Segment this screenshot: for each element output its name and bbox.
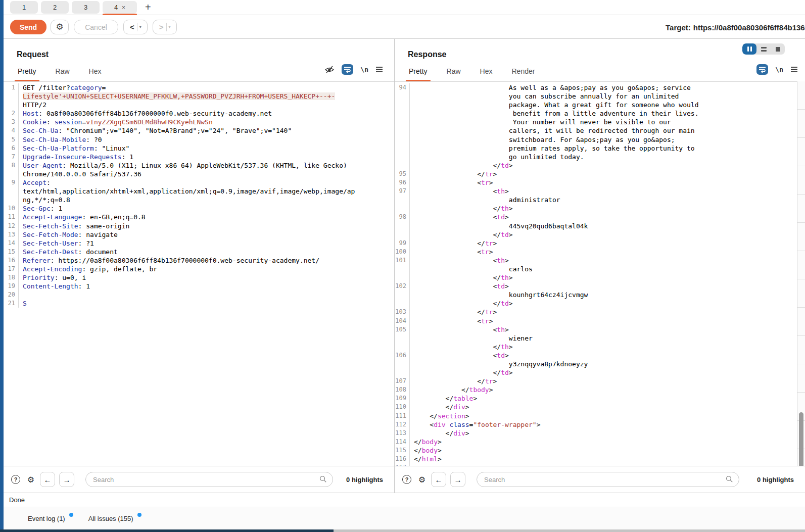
- response-tab-hex[interactable]: Hex: [479, 65, 494, 80]
- code-line: 95</tr>: [395, 170, 805, 178]
- all-issues-tab[interactable]: All issues (155): [88, 515, 135, 522]
- line-number: 102: [395, 282, 410, 291]
- search-input[interactable]: [477, 472, 739, 487]
- back-history-button[interactable]: < ▾: [123, 20, 148, 34]
- scrollbar-thumb[interactable]: [799, 412, 803, 473]
- send-settings-gear-icon[interactable]: ⚙: [51, 20, 69, 34]
- code-text: </body>: [410, 438, 442, 446]
- request-tab-raw[interactable]: Raw: [55, 65, 71, 80]
- code-text: </td>: [410, 161, 513, 170]
- code-text: </tr>: [410, 239, 497, 248]
- code-text: <div class="footer-wrapper">: [410, 420, 540, 429]
- request-tab-pretty[interactable]: Pretty: [17, 65, 37, 80]
- code-line: 13Sec-Fetch-Mode: navigate: [4, 230, 394, 239]
- target-url: https://0a8f00a80306f6ff84b136: [693, 23, 805, 32]
- code-line: 104<tr>: [395, 317, 805, 325]
- editor-menu-icon[interactable]: [375, 66, 383, 73]
- repeater-tab-3[interactable]: 3: [72, 1, 100, 14]
- previous-match-button[interactable]: ←: [431, 472, 446, 487]
- code-line: Chrome/140.0.0.0 Safari/537.36: [4, 170, 394, 178]
- forward-history-button[interactable]: > ▾: [153, 20, 177, 34]
- line-number: 19: [4, 282, 19, 291]
- chevron-down-icon[interactable]: ▾: [137, 25, 144, 29]
- code-line: benefit from a little adventure in their…: [395, 109, 805, 118]
- next-match-button[interactable]: →: [450, 472, 465, 487]
- event-log-tab[interactable]: Event log (1): [28, 515, 67, 522]
- status-bar: Done: [4, 493, 805, 507]
- request-editor-icons: \n: [324, 64, 383, 75]
- search-input[interactable]: [85, 472, 333, 487]
- code-text: Accept-Encoding: gzip, deflate, br: [19, 265, 157, 273]
- search-icon: [726, 475, 733, 483]
- line-number: 103: [395, 308, 410, 316]
- request-editor[interactable]: 1GET /filter?category=Lifestyle'+UNION+S…: [4, 81, 394, 466]
- code-text: </body>: [410, 446, 442, 455]
- line-number: 11: [4, 213, 19, 221]
- line-number: 1: [4, 83, 19, 92]
- code-text: premium rates apply, so take the opportu…: [410, 144, 695, 153]
- repeater-tab-1[interactable]: 1: [10, 1, 38, 14]
- line-number: 101: [395, 256, 410, 265]
- search-icon: [319, 475, 327, 483]
- line-number: 14: [4, 239, 19, 248]
- line-number: 105: [395, 325, 410, 334]
- notification-dot: [69, 513, 73, 517]
- code-text: GET /filter?category=: [19, 83, 106, 92]
- hide-nonprintable-eye-off-icon[interactable]: [324, 65, 335, 74]
- line-number: 2: [4, 109, 19, 118]
- code-line: 105<th>: [395, 325, 805, 334]
- code-text: <tr>: [410, 178, 493, 187]
- single-layout-button[interactable]: [771, 43, 785, 55]
- bottom-tabs-bar: Event log (1) All issues (155): [4, 507, 805, 529]
- tab-label: 2: [53, 4, 57, 11]
- code-line: 100<tr>: [395, 248, 805, 256]
- notification-dot: [137, 513, 141, 517]
- previous-match-button[interactable]: ←: [40, 472, 55, 487]
- line-number: 9: [4, 178, 19, 187]
- response-tab-pretty[interactable]: Pretty: [408, 65, 429, 80]
- code-line: 20: [4, 291, 394, 299]
- line-number: 18: [4, 273, 19, 282]
- word-wrap-icon[interactable]: [756, 64, 768, 75]
- code-line: 9Accept:: [4, 178, 394, 187]
- next-match-button[interactable]: →: [59, 472, 74, 487]
- help-icon[interactable]: ?: [401, 473, 413, 486]
- code-text: administrator: [410, 196, 560, 204]
- response-tab-raw[interactable]: Raw: [446, 65, 462, 80]
- line-number: 104: [395, 317, 410, 325]
- line-number: 98: [395, 213, 410, 221]
- response-scrollbar[interactable]: [797, 81, 805, 466]
- target-label: Target:: [666, 23, 691, 32]
- editor-menu-icon[interactable]: [790, 66, 798, 73]
- code-text: Sec-Fetch-Mode: navigate: [19, 230, 118, 239]
- line-number: 107: [395, 377, 410, 385]
- show-newlines-icon[interactable]: \n: [775, 66, 783, 73]
- columns-layout-button[interactable]: [742, 43, 756, 55]
- help-icon[interactable]: ?: [10, 473, 22, 486]
- line-number: [395, 153, 410, 161]
- word-wrap-icon[interactable]: [342, 64, 353, 75]
- new-tab-button[interactable]: +: [145, 2, 151, 13]
- search-settings-gear-icon[interactable]: ⚙: [416, 473, 428, 486]
- code-text: wiener: [410, 334, 533, 343]
- code-line: 98<td>: [395, 213, 805, 221]
- send-button[interactable]: Send: [10, 20, 46, 34]
- response-editor[interactable]: 94As well as a &apos;pay as you go&apos;…: [395, 81, 805, 466]
- response-tab-render[interactable]: Render: [511, 65, 536, 80]
- rows-layout-button[interactable]: [756, 43, 771, 55]
- chevron-down-icon[interactable]: ▾: [167, 25, 173, 29]
- cancel-button[interactable]: Cancel: [74, 20, 118, 34]
- close-tab-icon[interactable]: ×: [122, 4, 125, 11]
- line-number: 10: [4, 204, 19, 213]
- line-number: [395, 118, 410, 126]
- search-settings-gear-icon[interactable]: ⚙: [25, 473, 37, 486]
- repeater-tab-4-active[interactable]: 4 ×: [103, 1, 137, 14]
- code-text: callers, it will be redirected through o…: [410, 126, 695, 135]
- code-text: [19, 291, 23, 299]
- code-text: Upgrade-Insecure-Requests: 1: [19, 153, 133, 161]
- code-text: Sec-Ch-Ua-Mobile: ?0: [19, 135, 102, 144]
- request-tab-hex[interactable]: Hex: [88, 65, 103, 80]
- show-newlines-icon[interactable]: \n: [360, 66, 368, 73]
- repeater-tab-2[interactable]: 2: [41, 1, 69, 14]
- code-line: 4Sec-Ch-Ua: "Chromium";v="140", "Not=A?B…: [4, 126, 394, 135]
